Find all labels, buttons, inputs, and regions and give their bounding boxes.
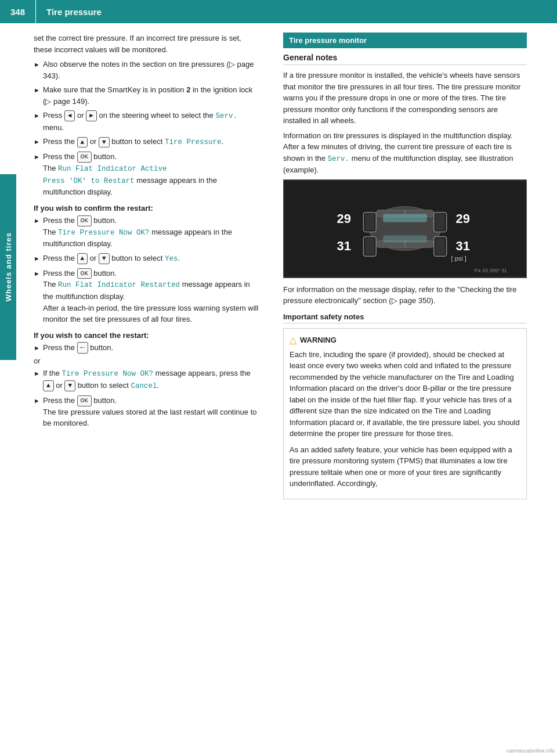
warning-label: WARNING [300,336,337,344]
bullet-arrow: ► [34,369,43,379]
bullet-2: ► Make sure that the SmartKey is in posi… [34,84,260,107]
page-title: Tire pressure [36,7,102,17]
bullet-text: Press the ▲ or ▼ button to select Yes. [43,253,180,265]
or-text: or [34,357,260,365]
watermark: carmanualonline.info [507,748,555,754]
svg-rect-11 [365,214,374,230]
svg-rect-15 [365,238,374,254]
main-content: set the correct tire pressure. If an inc… [0,23,557,756]
bullet-arrow: ► [34,137,43,147]
bullet-arrow: ► [34,60,43,70]
svg-text:29: 29 [456,211,470,225]
bullet-text: Also observe the notes in the section on… [43,59,260,81]
confirm-bullet-2: ► Press the ▲ or ▼ button to select Yes. [34,253,260,265]
cancel-heading: If you wish to cancel the restart: [34,331,260,340]
header-bar: 348 Tire pressure [0,0,557,23]
confirm-heading: If you wish to confirm the restart: [34,204,260,213]
bullet-arrow: ► [34,396,43,406]
car-svg: 29 29 31 31 [ psi ] P4 33 395* 31 [284,180,526,278]
bullet-3: ► Press ◀ or ▶ on the steering wheel to … [34,110,260,133]
cancel-bullet-1: ► Press the ← button. [34,342,260,354]
warning-text2: As an added safety feature, your vehicle… [290,444,520,489]
svg-text:31: 31 [456,239,470,253]
bullet-text: If the Tire Pressure Now OK? message app… [43,368,260,392]
right-column: Tire pressure monitor General notes If a… [272,33,538,756]
page-number: 348 [0,0,36,23]
car-illustration: 29 29 31 31 [ psi ] P4 33 395* 31 [283,179,527,278]
bullet-arrow: ► [34,269,43,279]
bullet-text: Press the ← button. [43,342,113,354]
section-box-title: Tire pressure monitor [283,33,527,48]
cancel-bullet-2: ► If the Tire Pressure Now OK? message a… [34,368,260,392]
bullet-5: ► Press the OK button. The Run Flat Indi… [34,151,260,198]
bullet-text: Make sure that the SmartKey is in positi… [43,84,260,107]
sidebar-label: Wheels and tires [4,232,13,301]
warning-triangle-icon: △ [290,334,296,345]
general-notes-text2: Information on tire pressures is display… [283,130,527,176]
bullet-text: Press the OK button. The Run Flat Indica… [43,268,260,325]
general-notes-text: If a tire pressure monitor is installed,… [283,70,527,127]
warning-box: △ WARNING Each tire, including the spare… [283,328,527,499]
image-caption: For information on the message display, … [283,284,527,307]
svg-rect-17 [436,238,445,254]
confirm-bullet-1: ► Press the OK button. The Tire Pressure… [34,215,260,250]
svg-text:[ psi ]: [ psi ] [451,255,466,262]
svg-text:P4 33 395* 31: P4 33 395* 31 [474,268,507,273]
svg-text:31: 31 [337,239,351,253]
intro-text: set the correct tire pressure. If an inc… [34,33,260,55]
bullet-arrow: ► [34,343,43,353]
bullet-arrow: ► [34,254,43,264]
bullet-arrow: ► [34,216,43,226]
cancel-bullet-3: ► Press the OK button. The tire pressure… [34,395,260,429]
confirm-bullet-3: ► Press the OK button. The Run Flat Indi… [34,268,260,325]
warning-text: Each tire, including the spare (if provi… [290,349,520,440]
bullet-text: Press the OK button. The Run Flat Indica… [43,151,260,198]
bullet-text: Press ◀ or ▶ on the steering wheel to se… [43,110,260,133]
bullet-1: ► Also observe the notes in the section … [34,59,260,81]
safety-heading: Important safety notes [283,312,527,323]
bullet-arrow: ► [34,111,43,121]
bullet-4: ► Press the ▲ or ▼ button to select Tire… [34,136,260,148]
left-column: set the correct tire pressure. If an inc… [16,33,272,756]
bullet-text: Press the OK button. The Tire Pressure N… [43,215,260,250]
bullet-arrow: ► [34,85,43,95]
bullet-text: Press the ▲ or ▼ button to select Tire P… [43,136,223,148]
general-notes-heading: General notes [283,53,527,65]
svg-rect-13 [436,214,445,230]
page-container: 348 Tire pressure Wheels and tires set t… [0,0,557,756]
bullet-text: Press the OK button. The tire pressure v… [43,395,260,429]
warning-header: △ WARNING [290,334,520,345]
svg-text:29: 29 [337,211,351,225]
bullet-arrow: ► [34,152,43,162]
sidebar-tab: Wheels and tires [0,174,16,360]
